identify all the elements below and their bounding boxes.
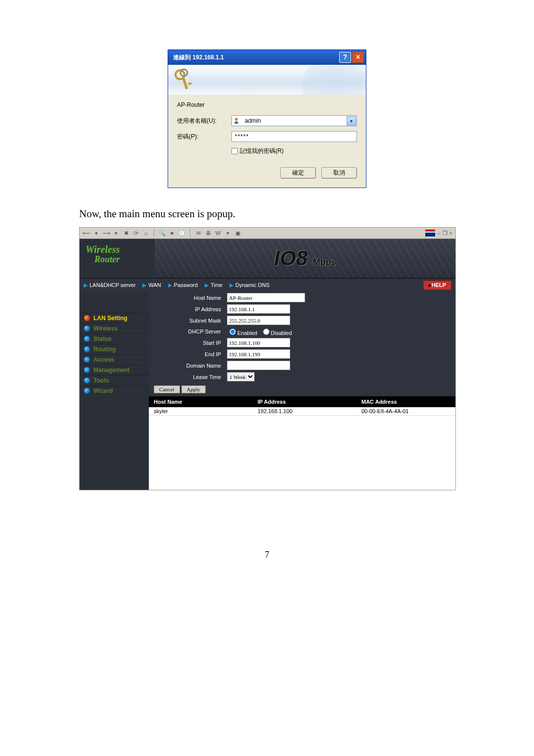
user-key-icon — [233, 117, 241, 125]
sidebar-item-management[interactable]: Management — [80, 365, 149, 375]
sidebar-item-label: Management — [93, 367, 130, 374]
sidebar-item-wireless[interactable]: Wireless — [80, 323, 149, 333]
host-name-label: Host Name — [149, 292, 224, 303]
cell-mac: 00-00-E8-4A-4A-01 — [356, 407, 455, 415]
cell-ip: 192.168.1.100 — [253, 407, 356, 415]
sidebar-item-wizard[interactable]: Wizard — [80, 385, 149, 396]
chevron-down-icon[interactable]: ▾ — [347, 116, 356, 126]
bullet-icon — [84, 315, 90, 322]
main-content: Host Name IP Address Subnet Mask DHCP Se… — [149, 292, 455, 490]
bullet-icon — [84, 325, 90, 332]
dialog-banner — [168, 65, 366, 94]
close-icon[interactable]: × — [352, 52, 364, 63]
end-ip-input[interactable] — [227, 349, 290, 359]
username-input[interactable] — [231, 115, 357, 126]
mail-icon[interactable]: ✉ — [194, 229, 202, 237]
stop-icon[interactable]: ✖ — [122, 229, 130, 237]
col-host-name: Host Name — [149, 398, 253, 406]
crumb-ddns[interactable]: Dynamic DNS — [235, 282, 269, 288]
col-ip-address: IP Address — [253, 398, 356, 406]
keys-icon — [173, 68, 193, 92]
crumb-wan[interactable]: WAN — [148, 282, 161, 288]
dhcp-server-label: DHCP Server — [149, 326, 224, 337]
crumb-time[interactable]: Time — [211, 282, 222, 288]
sidebar-item-routing[interactable]: Routing — [80, 344, 149, 354]
history-icon[interactable]: 🕘 — [178, 229, 186, 237]
browser-toolbar: ⟵ ▾ ⟶ ▾ ✖ ⟳ ⌂ 🔍 ★ 🕘 ✉ 🖶 W ▾ ▣ – ❐ × — [80, 228, 455, 239]
bullet-icon — [84, 356, 90, 363]
sidebar-item-lan-setting[interactable]: LAN Setting — [80, 313, 149, 323]
lease-time-label: Lease Time — [149, 371, 224, 382]
sidebar-item-label: Wireless — [93, 325, 118, 332]
cell-host: skyler — [149, 407, 253, 415]
realm-label: AP-Router — [177, 101, 357, 108]
svg-point-4 — [235, 118, 238, 121]
dialog-titlebar[interactable]: 連線到 192.168.1.1 ? × — [168, 50, 366, 65]
restore-icon[interactable]: ❐ — [443, 230, 447, 236]
sidebar-item-label: Access — [93, 356, 114, 363]
chevron-down-icon[interactable]: ▾ — [112, 229, 120, 237]
subnet-mask-input[interactable] — [227, 316, 290, 325]
caption-text: Now, the main menu screen is popup. — [79, 208, 455, 220]
print-icon[interactable]: 🖶 — [204, 229, 212, 237]
start-ip-label: Start IP — [149, 337, 224, 348]
bullet-icon — [84, 335, 90, 342]
cancel-button[interactable]: 取消 — [321, 167, 357, 179]
lease-time-select[interactable]: 1 Week — [227, 372, 255, 381]
sidebar-item-label: Routing — [93, 346, 116, 353]
home-icon[interactable]: ⌂ — [142, 229, 150, 237]
page-number: 7 — [79, 550, 455, 560]
help-icon[interactable]: ? — [339, 52, 351, 63]
dialog-title: 連線到 192.168.1.1 — [173, 53, 338, 62]
crumb-lan[interactable]: LAN&DHCP server — [89, 282, 135, 288]
remember-checkbox[interactable] — [231, 148, 238, 154]
bullet-icon — [84, 387, 90, 394]
bullet-icon — [84, 346, 90, 353]
logo-line1: Wireless — [86, 244, 155, 255]
dhcp-enabled-radio[interactable] — [229, 329, 236, 335]
chevron-down-icon[interactable]: ▾ — [92, 229, 100, 237]
minimize-icon[interactable]: – — [437, 230, 440, 236]
router-logo: Wireless Router — [80, 239, 155, 278]
remember-label: 記憶我的密碼(R) — [240, 147, 284, 155]
apply-button[interactable]: Apply — [181, 385, 206, 393]
help-button[interactable]: ▸HELP — [423, 281, 451, 290]
edit-icon[interactable]: W — [214, 229, 222, 237]
flag-icon — [425, 230, 435, 236]
svg-rect-2 — [188, 82, 192, 85]
sidebar-item-status[interactable]: Status — [80, 333, 149, 344]
dhcp-disabled-label: Disabled — [271, 330, 292, 336]
back-icon[interactable]: ⟵ — [83, 229, 90, 237]
username-label: 使用者名稱(U): — [177, 117, 231, 125]
svg-rect-1 — [182, 77, 188, 89]
domain-name-label: Domain Name — [149, 360, 224, 371]
close-icon[interactable]: × — [449, 230, 452, 236]
bullet-icon — [84, 377, 90, 384]
sidebar-item-tools[interactable]: Tools — [80, 375, 149, 385]
forward-icon[interactable]: ⟶ — [102, 229, 110, 237]
ip-address-input[interactable] — [227, 304, 290, 314]
password-label: 密碼(P): — [177, 133, 231, 141]
domain-name-input[interactable] — [227, 361, 290, 370]
chevron-down-icon[interactable]: ▾ — [224, 229, 232, 237]
sidebar-item-label: Tools — [93, 377, 109, 384]
refresh-icon[interactable]: ⟳ — [132, 229, 140, 237]
password-input[interactable] — [231, 131, 357, 142]
sidebar-item-label: Status — [93, 335, 112, 342]
subnet-mask-label: Subnet Mask — [149, 315, 224, 326]
logo-line2: Router — [86, 255, 155, 265]
ok-button[interactable]: 確定 — [280, 167, 316, 179]
search-icon[interactable]: 🔍 — [158, 229, 166, 237]
end-ip-label: End IP — [149, 348, 224, 360]
favorites-icon[interactable]: ★ — [168, 229, 176, 237]
host-name-input[interactable] — [227, 293, 305, 302]
dhcp-disabled-radio[interactable] — [263, 329, 269, 335]
router-admin-screenshot: ⟵ ▾ ⟶ ▾ ✖ ⟳ ⌂ 🔍 ★ 🕘 ✉ 🖶 W ▾ ▣ – ❐ × — [79, 227, 456, 490]
crumb-password[interactable]: Password — [174, 282, 198, 288]
cancel-button[interactable]: Cancel — [154, 385, 180, 393]
discuss-icon[interactable]: ▣ — [234, 229, 242, 237]
breadcrumb: ▶LAN&DHCP server ▶WAN ▶Password ▶Time ▶D… — [80, 279, 455, 292]
speed-label: IO8 Mbps — [274, 246, 336, 270]
start-ip-input[interactable] — [227, 338, 290, 347]
sidebar-item-access[interactable]: Access — [80, 354, 149, 365]
